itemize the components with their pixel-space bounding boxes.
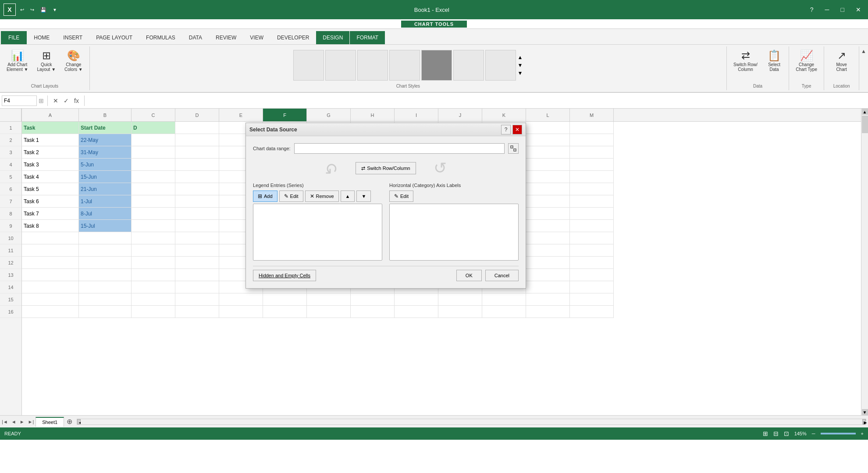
dialog-close-btn[interactable]: ✕ (512, 125, 522, 134)
formula-input[interactable] (88, 95, 866, 106)
chart-style-4[interactable] (389, 50, 420, 81)
col-header-k[interactable]: K (482, 109, 526, 121)
cell-b3[interactable]: 31-May (79, 146, 132, 159)
scroll-thumb[interactable] (862, 116, 868, 133)
cell-b14[interactable] (79, 281, 132, 293)
scroll-down-icon[interactable]: ▼ (517, 62, 523, 68)
cell-d5[interactable] (175, 171, 219, 183)
cell-b13[interactable] (79, 269, 132, 281)
cell-m4[interactable] (570, 159, 614, 171)
cell-a12[interactable] (22, 257, 79, 269)
redo-btn[interactable]: ↪ (28, 6, 36, 14)
cell-m7[interactable] (570, 195, 614, 208)
scroll-more-icon[interactable]: ▼ (517, 70, 523, 76)
cell-d3[interactable] (175, 146, 219, 159)
col-header-b[interactable]: B (79, 109, 132, 121)
row-15[interactable]: 15 (0, 293, 21, 306)
cell-h16[interactable] (351, 306, 395, 318)
cell-c4[interactable] (132, 159, 175, 171)
cell-j15[interactable] (438, 293, 482, 306)
save-btn[interactable]: 💾 (39, 6, 48, 14)
cell-c15[interactable] (132, 293, 175, 306)
cell-d11[interactable] (175, 244, 219, 257)
cell-m14[interactable] (570, 281, 614, 293)
cell-d15[interactable] (175, 293, 219, 306)
cell-c12[interactable] (132, 257, 175, 269)
cell-d14[interactable] (175, 281, 219, 293)
cell-e15[interactable] (219, 293, 263, 306)
cell-b11[interactable] (79, 244, 132, 257)
legend-entries-list[interactable] (253, 204, 382, 261)
cell-l14[interactable] (526, 281, 570, 293)
formula-cancel-btn[interactable]: ✕ (51, 96, 60, 105)
cell-m11[interactable] (570, 244, 614, 257)
page-break-icon[interactable]: ⊡ (784, 430, 789, 437)
row-2[interactable]: 2 (0, 134, 21, 146)
col-header-j[interactable]: J (438, 109, 482, 121)
cell-a15[interactable] (22, 293, 79, 306)
row-12[interactable]: 12 (0, 257, 21, 269)
cell-c13[interactable] (132, 269, 175, 281)
axis-labels-list[interactable] (389, 204, 519, 261)
sheet-nav-prev[interactable]: ◄ (10, 418, 18, 425)
row-4[interactable]: 4 (0, 159, 21, 171)
zoom-in-icon[interactable]: + (861, 431, 864, 436)
formula-function-btn[interactable]: fx (72, 96, 81, 105)
tab-insert[interactable]: INSERT (57, 31, 89, 44)
close-btn[interactable]: ✕ (852, 5, 864, 14)
cell-a2[interactable]: Task 1 (22, 134, 79, 146)
cell-d7[interactable] (175, 195, 219, 208)
cell-f16[interactable] (263, 306, 307, 318)
move-down-btn[interactable]: ▼ (356, 191, 371, 202)
row-6[interactable]: 6 (0, 183, 21, 195)
cell-a3[interactable]: Task 2 (22, 146, 79, 159)
cell-a10[interactable] (22, 232, 79, 244)
scroll-down-btn[interactable]: ▼ (862, 409, 868, 415)
cell-l4[interactable] (526, 159, 570, 171)
switch-row-column-btn[interactable]: ⇄ Switch Row/Column (730, 48, 761, 74)
cell-j16[interactable] (438, 306, 482, 318)
cell-l12[interactable] (526, 257, 570, 269)
scroll-up-icon[interactable]: ▲ (517, 54, 523, 60)
cell-l10[interactable] (526, 232, 570, 244)
cell-a6[interactable]: Task 5 (22, 183, 79, 195)
cell-l7[interactable] (526, 195, 570, 208)
cell-h15[interactable] (351, 293, 395, 306)
minimize-btn[interactable]: ─ (822, 5, 833, 14)
cell-b9[interactable]: 15-Jul (79, 220, 132, 232)
cell-l6[interactable] (526, 183, 570, 195)
cell-d4[interactable] (175, 159, 219, 171)
cell-m3[interactable] (570, 146, 614, 159)
cell-c2[interactable] (132, 134, 175, 146)
row-7[interactable]: 7 (0, 195, 21, 208)
cell-l11[interactable] (526, 244, 570, 257)
cell-k15[interactable] (482, 293, 526, 306)
col-header-i[interactable]: I (395, 109, 438, 121)
cell-m6[interactable] (570, 183, 614, 195)
row-14[interactable]: 14 (0, 281, 21, 293)
hidden-empty-cells-btn[interactable]: Hidden and Empty Cells (253, 270, 316, 281)
add-series-btn[interactable]: ⊞ Add (253, 191, 277, 202)
tab-data[interactable]: DATA (182, 31, 209, 44)
qat-more[interactable]: ▼ (53, 7, 57, 12)
h-scroll-right[interactable]: ► (862, 419, 866, 424)
chart-data-range-input[interactable] (294, 143, 505, 154)
chart-style-6[interactable] (453, 50, 484, 81)
cell-m2[interactable] (570, 134, 614, 146)
cell-l5[interactable] (526, 171, 570, 183)
formula-confirm-btn[interactable]: ✓ (62, 96, 71, 105)
tab-design[interactable]: DESIGN (316, 31, 349, 44)
dialog-title-bar[interactable]: Select Data Source ? ✕ (246, 123, 526, 136)
cell-m12[interactable] (570, 257, 614, 269)
col-header-e[interactable]: E (219, 109, 263, 121)
cell-c11[interactable] (132, 244, 175, 257)
edit-axis-btn[interactable]: ✎ Edit (389, 191, 413, 202)
zoom-out-icon[interactable]: ─ (812, 431, 815, 436)
cell-ref-box[interactable]: F4 (2, 95, 37, 106)
add-sheet-btn[interactable]: ⊕ (64, 417, 75, 426)
cell-c7[interactable] (132, 195, 175, 208)
cell-c6[interactable] (132, 183, 175, 195)
col-header-f[interactable]: F (263, 109, 307, 121)
undo-btn[interactable]: ↩ (18, 6, 26, 14)
scroll-up-btn[interactable]: ▲ (862, 109, 868, 115)
